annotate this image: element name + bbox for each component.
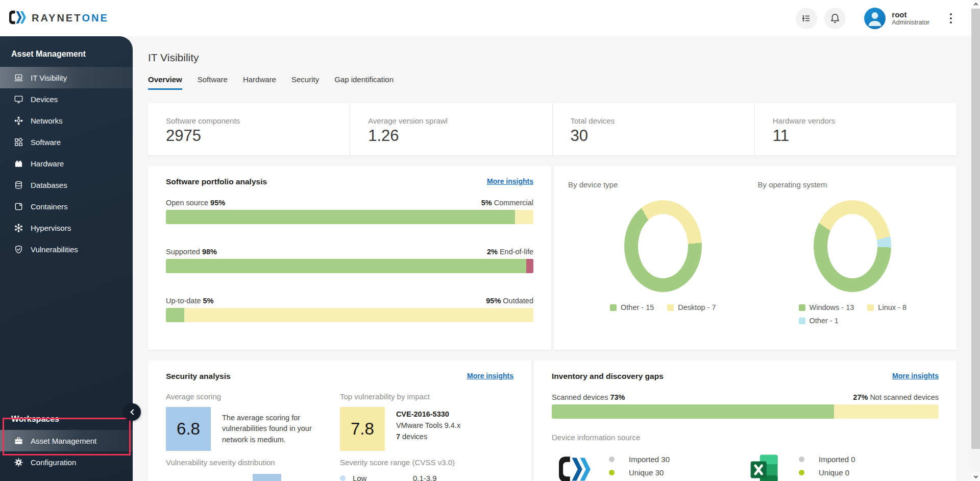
notifications-button[interactable]: [824, 8, 846, 29]
scanned-devices-bar-group: Scanned devices 73% 27% Not scanned devi…: [552, 393, 939, 419]
card-title: Software portfolio analysis: [166, 177, 267, 186]
cve-id: CVE-2016-5330: [396, 409, 460, 420]
source-row: Imported 30: [609, 455, 670, 464]
card-title: Inventory and discovery gaps: [552, 372, 664, 381]
more-options-button[interactable]: [945, 10, 957, 27]
devices-icon: [13, 94, 23, 104]
up-to-date-bar: [166, 308, 533, 322]
device-sources: Imported 30 Unique 30: [552, 454, 939, 481]
sidebar-item-software[interactable]: Software: [0, 131, 133, 153]
sidebar-item-label: IT Visibility: [31, 74, 67, 82]
scrollbar-thumb[interactable]: [971, 9, 980, 449]
raynet-logo-icon: [9, 9, 27, 28]
os-donut: [814, 200, 891, 292]
stat-hardware-vendors: Hardware vendors 11: [754, 103, 957, 155]
software-portfolio-card: Software portfolio analysis More insight…: [148, 166, 551, 350]
source-raynet: Imported 30 Unique 30: [559, 454, 749, 481]
workspace-item-asset-management[interactable]: Asset Management: [0, 430, 133, 451]
sidebar-item-devices[interactable]: Devices: [0, 88, 133, 110]
workspace-item-configuration[interactable]: Configuration: [0, 451, 133, 473]
stat-total-devices: Total devices 30: [552, 103, 754, 155]
sidebar-item-label: Vulnerabilities: [31, 245, 78, 254]
severity-range-label: Severity score range (CVSS v3.0): [340, 458, 513, 467]
sidebar-section-title: Asset Management: [0, 36, 133, 67]
main-content: IT Visibility Overview Software Hardware…: [133, 36, 971, 481]
sidebar-item-hypervisors[interactable]: Hypervisors: [0, 217, 133, 238]
sidebar-item-label: Software: [31, 138, 61, 147]
source-row: Imported 0: [799, 455, 855, 464]
stats-row: Software components 2975 Average version…: [148, 103, 957, 155]
page-title: IT Visibility: [148, 52, 957, 64]
device-information-source-label: Device information source: [552, 433, 939, 442]
gear-icon: [13, 457, 23, 467]
briefcase-icon: [13, 436, 23, 446]
chevron-left-icon: [130, 409, 136, 415]
software-icon: [13, 137, 23, 147]
source-excel: Imported 0 Unique 0: [749, 454, 939, 481]
tab-bar: Overview Software Hardware Security Gap …: [148, 75, 957, 90]
excel-logo-icon: [749, 454, 781, 481]
user-role: Administrator: [892, 19, 929, 26]
cve-details: CVE-2016-5330 VMware Tools 9.4.x 7 devic…: [396, 407, 460, 442]
scroll-down-arrow[interactable]: [971, 473, 980, 481]
tab-overview[interactable]: Overview: [148, 75, 182, 90]
stat-average-version-sprawl: Average version sprawl 1.26: [350, 103, 552, 155]
bell-icon: [829, 13, 841, 24]
device-type-legend: Other - 15 Desktop - 7: [610, 303, 716, 311]
more-insights-link[interactable]: More insights: [467, 372, 513, 380]
supported-bar: [166, 259, 533, 273]
open-source-bar: [166, 210, 533, 224]
sidebar-item-label: Networks: [31, 116, 63, 125]
source-row: Unique 30: [609, 468, 670, 477]
sidebar-item-networks[interactable]: Networks: [0, 110, 133, 131]
os-legend: Windows - 13 Linux - 8 Other - 1: [799, 303, 906, 325]
sidebar-item-hardware[interactable]: Hardware: [0, 153, 133, 174]
brand-name: RAYNETONE: [32, 12, 109, 24]
tab-software[interactable]: Software: [198, 75, 228, 90]
top-vulnerability-label: Top vulnerability by impact: [340, 392, 513, 401]
sidebar-item-label: Containers: [31, 202, 68, 211]
task-list-button[interactable]: [796, 8, 817, 29]
list-icon: [801, 13, 812, 24]
stat-software-components: Software components 2975: [148, 103, 350, 155]
by-device-type-chart: By device type Other - 15 Desktop - 7: [554, 166, 758, 350]
more-insights-link[interactable]: More insights: [487, 177, 533, 185]
cve-device-count: 7 devices: [396, 431, 460, 443]
sidebar-item-containers[interactable]: Containers: [0, 196, 133, 217]
source-row: Unique 0: [799, 468, 855, 477]
device-type-donut: [624, 200, 702, 292]
topbar: RAYNETONE: [0, 0, 971, 36]
brand-logo[interactable]: RAYNETONE: [9, 9, 109, 28]
average-score-description: The average scoring for vulnerabilities …: [222, 413, 327, 445]
top-vulnerability-score-box: 7.8: [340, 407, 385, 451]
databases-icon: [13, 180, 23, 190]
severity-distribution-bar: [253, 474, 281, 481]
networks-icon: [13, 115, 23, 126]
sidebar: Asset Management IT Visibility Devices N…: [0, 36, 133, 481]
user-menu[interactable]: root Administrator: [864, 8, 929, 29]
tab-gap-identification[interactable]: Gap identification: [334, 75, 394, 90]
vulnerabilities-shield-icon: [13, 244, 23, 254]
sidebar-item-label: Hypervisors: [31, 224, 71, 232]
security-analysis-card: Security analysis More insights Average …: [148, 360, 531, 481]
sidebar-item-it-visibility[interactable]: IT Visibility: [0, 67, 133, 88]
sidebar-item-databases[interactable]: Databases: [0, 174, 133, 196]
scroll-up-arrow[interactable]: [971, 0, 980, 8]
average-score-box: 6.8: [166, 407, 211, 451]
severity-row-low: Low 0.1-3.9: [340, 472, 513, 481]
workspace-item-label: Asset Management: [31, 437, 96, 445]
device-charts-card: By device type Other - 15 Desktop - 7 By…: [554, 166, 957, 350]
supported-bar-group: Supported 98% 2% End-of-life: [166, 248, 533, 273]
inventory-gaps-card: Inventory and discovery gaps More insigh…: [534, 360, 957, 481]
sidebar-collapse-button[interactable]: [124, 403, 141, 421]
raynet-source-logo-icon: [559, 454, 592, 481]
more-insights-link[interactable]: More insights: [892, 372, 939, 380]
card-title: Security analysis: [166, 372, 231, 381]
severity-distribution-label: Vulnerability severity distribution: [166, 458, 327, 467]
sidebar-item-vulnerabilities[interactable]: Vulnerabilities: [0, 238, 133, 260]
average-scoring-label: Average scoring: [166, 392, 327, 401]
scanned-devices-bar: [552, 404, 939, 419]
workspace-item-label: Configuration: [31, 458, 76, 467]
tab-security[interactable]: Security: [291, 75, 319, 90]
tab-hardware[interactable]: Hardware: [243, 75, 276, 90]
